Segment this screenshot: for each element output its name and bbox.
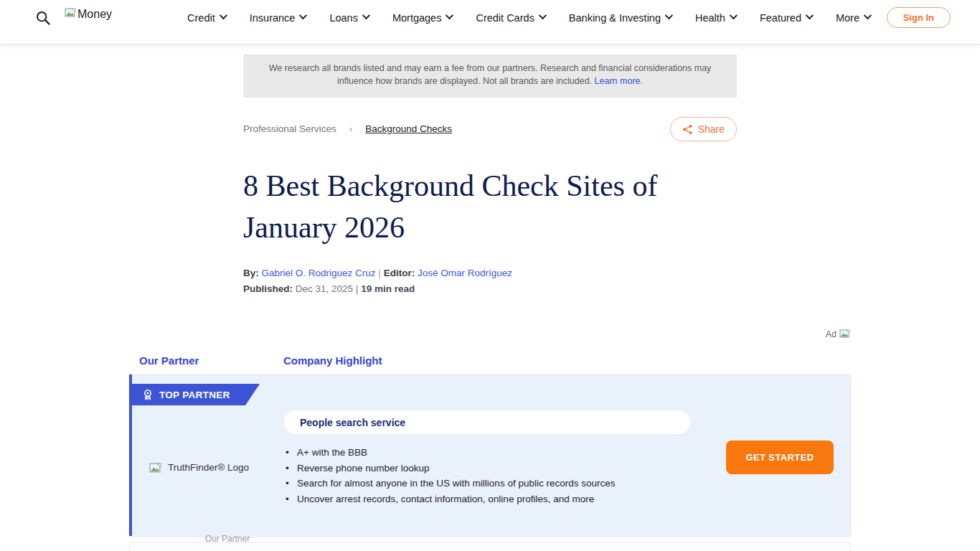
breadcrumb-current[interactable]: Background Checks xyxy=(365,123,452,134)
nav-item-loans[interactable]: Loans xyxy=(329,12,368,24)
breadcrumb: Professional Services › Background Check… xyxy=(243,123,452,134)
nav-item-credit-cards[interactable]: Credit Cards xyxy=(476,12,544,24)
nav-item-featured[interactable]: Featured xyxy=(760,12,811,24)
disclosure-text: We research all brands listed and may ea… xyxy=(269,63,712,86)
share-button[interactable]: Share xyxy=(670,117,737,141)
editor-label: Editor: xyxy=(384,268,415,278)
broken-image-icon xyxy=(149,463,161,473)
feature-bullet: Uncover arrest records, contact informat… xyxy=(284,491,700,507)
feature-bullet: Reverse phone number lookup xyxy=(284,461,700,476)
next-partner-row xyxy=(129,542,851,551)
category-pill: People search service xyxy=(284,410,690,434)
chevron-down-icon xyxy=(539,11,547,19)
broken-image-icon xyxy=(65,8,76,18)
share-label: Share xyxy=(698,123,725,135)
editor-link[interactable]: José Omar Rodríguez xyxy=(418,268,512,278)
published-line: Published: Dec 31, 2025 | 19 min read xyxy=(243,283,415,294)
feature-bullet: Search for almost anyone in the US with … xyxy=(284,476,700,491)
nav-item-more[interactable]: More xyxy=(836,12,870,24)
breadcrumb-parent[interactable]: Professional Services xyxy=(243,123,336,134)
chevron-down-icon xyxy=(730,11,738,19)
feature-bullet-list: A+ with the BBB Reverse phone number loo… xyxy=(284,445,700,507)
get-started-button[interactable]: GET STARTED xyxy=(726,441,834,474)
nav-item-health[interactable]: Health xyxy=(695,12,735,24)
chevron-down-icon xyxy=(219,11,227,19)
chevron-down-icon xyxy=(446,11,453,19)
chevron-down-icon xyxy=(665,11,673,19)
breadcrumb-separator-icon: › xyxy=(349,123,352,134)
our-partner-column-header: Our Partner xyxy=(139,354,283,367)
by-label: By: xyxy=(243,268,259,278)
published-label: Published: xyxy=(243,283,293,294)
sign-in-button[interactable]: Sign In xyxy=(887,7,951,28)
nav-item-banking-investing[interactable]: Banking & Investing xyxy=(569,12,671,24)
company-highlight-column-header: Company Highlight xyxy=(283,354,382,367)
published-date: Dec 31, 2025 xyxy=(296,283,353,294)
chevron-down-icon xyxy=(806,11,814,19)
main-nav: Credit Insurance Loans Mortgages Credit … xyxy=(187,12,870,24)
page-title: 8 Best Background Check Sites of January… xyxy=(243,165,745,248)
chevron-down-icon xyxy=(299,11,307,19)
top-nav-bar: Money Credit Insurance Loans Mortgages C… xyxy=(0,0,980,44)
truthfinder-logo[interactable]: TruthFinder® Logo xyxy=(149,462,293,473)
medal-icon xyxy=(143,389,153,401)
partner-card-header: Our Partner Company Highlight xyxy=(129,347,851,375)
byline: By: Gabriel O. Rodriguez Cruz | Editor: … xyxy=(243,268,512,278)
logo-alt-text: Money xyxy=(77,8,112,21)
broken-image-icon xyxy=(839,329,851,339)
chevron-down-icon xyxy=(362,11,370,19)
partner-card: Our Partner Company Highlight TOP PARTNE… xyxy=(129,347,851,536)
chevron-down-icon xyxy=(864,11,872,19)
top-partner-label: TOP PARTNER xyxy=(159,390,230,400)
author-link[interactable]: Gabriel O. Rodriguez Cruz xyxy=(262,268,376,278)
share-icon xyxy=(682,124,693,135)
read-time: 19 min read xyxy=(361,283,415,294)
top-partner-badge: TOP PARTNER xyxy=(132,384,260,405)
learn-more-link[interactable]: Learn more. xyxy=(595,76,643,86)
breadcrumb-row: Professional Services › Background Check… xyxy=(243,117,737,143)
nav-item-insurance[interactable]: Insurance xyxy=(250,12,306,24)
search-icon[interactable] xyxy=(36,11,50,25)
ad-label: Ad xyxy=(826,329,851,339)
top-partner-row: TOP PARTNER TruthFinder® Logo Our Partne… xyxy=(129,375,851,536)
nav-item-mortgages[interactable]: Mortgages xyxy=(392,12,452,24)
nav-item-credit[interactable]: Credit xyxy=(187,12,225,24)
feature-bullet: A+ with the BBB xyxy=(284,445,700,461)
advertiser-disclosure: We research all brands listed and may ea… xyxy=(243,55,737,98)
logo-alt-text: TruthFinder® Logo xyxy=(168,462,249,473)
money-logo[interactable]: Money xyxy=(65,8,112,21)
